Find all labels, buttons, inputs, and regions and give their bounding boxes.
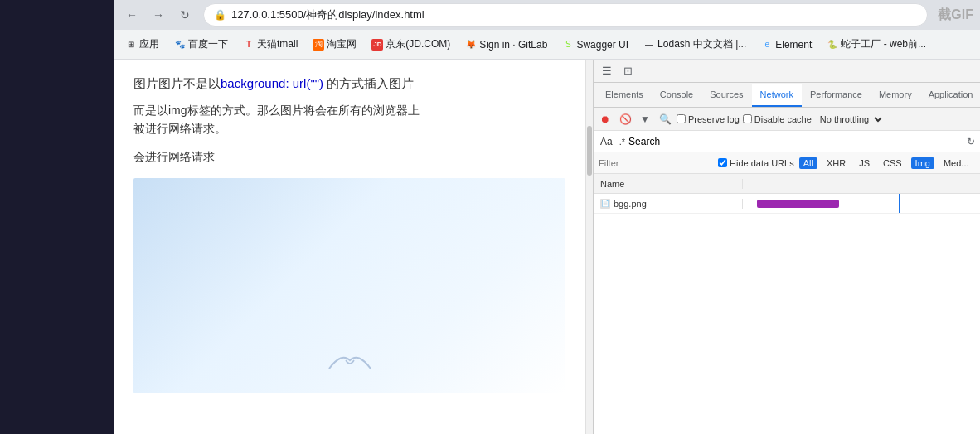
gitlab-icon: 🦊 [465, 39, 477, 51]
top-right-logo: 截GIF [928, 7, 973, 24]
filter-bar: Hide data URLs All XHR JS CSS Img Med... [594, 152, 980, 174]
bookmark-snake[interactable]: 🐍 蛇子工厂 - web前... [822, 34, 931, 55]
taobao-icon: 淘 [313, 39, 324, 51]
bookmark-jd[interactable]: JD 京东(JD.COM) [366, 34, 455, 55]
search-network-button[interactable]: 🔍 [657, 111, 673, 128]
main-area: 图片图片不是以background: url("") 的方式插入图片 而是以im… [114, 60, 980, 434]
devtools-cursor-icon[interactable]: ☰ [597, 61, 617, 81]
bookmark-swagger[interactable]: S Swagger UI [557, 36, 633, 54]
apps-icon: ⊞ [125, 39, 137, 51]
record-button[interactable]: ⏺ [597, 111, 614, 128]
hide-data-urls-input[interactable] [718, 158, 727, 167]
filter-all[interactable]: All [799, 157, 817, 169]
filter-button[interactable]: ▼ [637, 111, 653, 128]
file-name: bgg.png [614, 199, 647, 209]
bookmark-label: Lodash 中文文档 |... [657, 37, 746, 51]
tab-memory[interactable]: Memory [871, 84, 920, 107]
back-button[interactable]: ← [120, 3, 143, 27]
disable-cache-input[interactable] [743, 114, 752, 123]
bookmark-apps[interactable]: ⊞ 应用 [120, 34, 164, 55]
tab-application[interactable]: Application [920, 84, 980, 107]
lodash-icon: — [643, 39, 655, 51]
network-toolbar: ⏺ 🚫 ▼ 🔍 Preserve log Disable cache No th… [594, 108, 980, 131]
bookmarks-toolbar: ⊞ 应用 🐾 百度一下 T 天猫tmall 淘 淘宝网 JD 京东(JD.COM… [114, 30, 980, 60]
hide-data-urls-label: Hide data URLs [730, 158, 794, 168]
page-scrollbar[interactable] [586, 60, 593, 434]
bookmark-label: 蛇子工厂 - web前... [841, 37, 926, 51]
filter-css[interactable]: CSS [879, 157, 906, 169]
page-content: 图片图片不是以background: url("") 的方式插入图片 而是以im… [114, 60, 586, 434]
file-icon: 📄 [600, 199, 610, 209]
bookmark-element[interactable]: e Element [756, 36, 817, 54]
network-list: 📄 bgg.png [594, 194, 980, 434]
filter-media[interactable]: Med... [939, 157, 973, 169]
preserve-log-checkbox[interactable]: Preserve log [677, 114, 740, 124]
element-icon: e [761, 39, 773, 51]
filter-input[interactable] [599, 158, 713, 168]
bookmark-taobao[interactable]: 淘 淘宝网 [308, 34, 361, 55]
forward-button[interactable]: → [147, 3, 170, 27]
filter-js[interactable]: JS [855, 157, 874, 169]
blue-vline [899, 194, 900, 213]
disable-cache-checkbox[interactable]: Disable cache [743, 114, 812, 124]
tab-elements[interactable]: Elements [597, 84, 652, 107]
page-text-line2: 而是以img标签的方式。那么图片将会在所有的浏览器上 [133, 104, 565, 118]
devtools-top-bar: ☰ ⊡ [594, 60, 980, 83]
page-text-line1: 图片图片不是以background: url("") 的方式插入图片 [133, 76, 565, 92]
lock-icon: 🔒 [214, 9, 226, 21]
name-column-header: Name [594, 179, 743, 189]
timeline-header: Name 10 ms 20 ms 30 ms [594, 174, 980, 194]
row-timeline [743, 194, 980, 213]
bookmark-label: Swagger UI [576, 39, 628, 51]
browser-titlebar: ← → ↻ 🔒 127.0.0.1:5500/神奇的display/index.… [114, 0, 980, 30]
search-regex-btn[interactable]: .* [618, 137, 627, 147]
disable-cache-label: Disable cache [754, 114, 812, 124]
filter-xhr[interactable]: XHR [822, 157, 850, 169]
preserve-log-input[interactable] [677, 114, 686, 123]
search-input[interactable] [628, 136, 961, 147]
bookmark-tmall[interactable]: T 天猫tmall [238, 34, 303, 55]
filter-img[interactable]: Img [911, 157, 934, 169]
bird-svg [325, 344, 375, 377]
jd-icon: JD [371, 39, 383, 51]
swagger-icon: S [562, 39, 574, 51]
address-bar[interactable]: 🔒 127.0.0.1:5500/神奇的display/index.html [203, 3, 928, 27]
reload-button[interactable]: ↻ [173, 3, 196, 27]
baidu-icon: 🐾 [174, 39, 186, 51]
search-bar: Aa .* ↻ ⊘ ✕ [594, 131, 980, 152]
throttle-select[interactable]: No throttling [815, 113, 885, 125]
bookmark-label: 淘宝网 [327, 37, 357, 51]
scrollbar-thumb[interactable] [587, 126, 592, 176]
table-row[interactable]: 📄 bgg.png [594, 194, 980, 214]
preserve-log-label: Preserve log [688, 114, 740, 124]
devtools-device-icon[interactable]: ⊡ [618, 61, 638, 81]
hide-data-urls-checkbox[interactable]: Hide data URLs [718, 158, 794, 168]
bookmark-label: 天猫tmall [257, 37, 298, 51]
tab-sources[interactable]: Sources [701, 84, 751, 107]
page-image [133, 178, 565, 393]
bookmark-baidu[interactable]: 🐾 百度一下 [169, 34, 233, 55]
nav-buttons: ← → ↻ [120, 3, 196, 27]
address-text: 127.0.0.1:5500/神奇的display/index.html [231, 7, 425, 22]
bookmark-lodash[interactable]: — Lodash 中文文档 |... [638, 34, 751, 55]
page-text-line3: 被进行网络请求。 [133, 122, 565, 137]
bookmark-label: 应用 [139, 37, 159, 51]
row-name-cell: 📄 bgg.png [594, 199, 743, 209]
clear-button[interactable]: 🚫 [617, 111, 633, 128]
page-text-line4: 会进行网络请求 [133, 150, 565, 165]
search-refresh-btn[interactable]: ↻ [963, 133, 979, 150]
bookmark-label: Element [775, 39, 812, 51]
request-bar [757, 200, 839, 208]
tab-network[interactable]: Network [752, 84, 802, 107]
black-sidebar [0, 0, 114, 434]
search-aa-btn[interactable]: Aa [597, 136, 616, 147]
devtools-tabs: Elements Console Sources Network Perform… [594, 83, 980, 108]
tmall-icon: T [243, 39, 255, 51]
devtools-panel: ☰ ⊡ Elements Console Sources Network Per… [593, 60, 980, 434]
tab-performance[interactable]: Performance [802, 84, 871, 107]
code-text: background: url("") [221, 76, 323, 90]
bookmark-label: 百度一下 [188, 37, 228, 51]
bookmark-label: Sign in · GitLab [479, 39, 547, 51]
bookmark-gitlab[interactable]: 🦊 Sign in · GitLab [460, 36, 552, 54]
tab-console[interactable]: Console [652, 84, 701, 107]
